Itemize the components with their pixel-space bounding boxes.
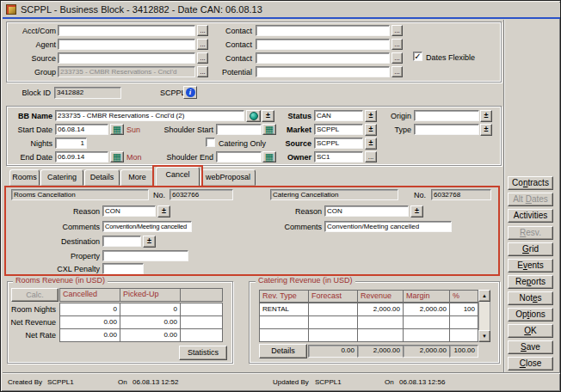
group-label: Group [9, 68, 56, 77]
catering-comments-field[interactable]: Convention/Meeting cancelled [324, 221, 452, 232]
type-field[interactable] [414, 124, 479, 135]
block-id-field: 3412882 [54, 87, 121, 99]
app-icon [6, 4, 16, 15]
contact3-field[interactable] [256, 52, 390, 64]
details-button[interactable]: Details [259, 344, 307, 358]
catering-cell[interactable] [308, 303, 358, 316]
dates-flexible-checkbox[interactable] [413, 52, 422, 61]
catering-cell[interactable] [357, 315, 404, 329]
end-date-field[interactable]: 06.09.14 [55, 151, 108, 162]
tab-webproposal[interactable]: webProposal [200, 169, 256, 186]
events-button[interactable]: Events [508, 259, 553, 273]
scroll-up-button[interactable]: ▲ [478, 290, 490, 302]
acct-com-field[interactable] [58, 25, 195, 36]
scroll-down-button[interactable]: ▼ [478, 330, 490, 342]
bb-name-field[interactable]: 233735 - CMBR Reservations - Cncl'd (2) [55, 110, 244, 121]
catering-cell[interactable]: 2,000.00 [403, 303, 450, 316]
shoulder-end-calendar-button[interactable]: ▦ [262, 151, 276, 162]
catering-cell[interactable] [403, 328, 450, 342]
origin-field[interactable] [414, 110, 479, 121]
activities-button[interactable]: Activities [508, 209, 553, 223]
reports-button[interactable]: Reports [508, 275, 553, 289]
rooms-comments-field[interactable]: Convention/Meeting cancelled [102, 221, 192, 232]
catering-cell[interactable] [449, 328, 478, 342]
origin-lov-button[interactable]: ± [480, 110, 492, 122]
shoulder-end-field[interactable] [216, 151, 262, 162]
rooms-revenue-row-label: Net Revenue [1, 318, 56, 328]
potential-field[interactable] [256, 66, 390, 77]
catering-cell[interactable] [259, 328, 309, 342]
agent-field[interactable] [58, 39, 195, 50]
rooms-revenue-cell: 0.00 [120, 328, 181, 342]
tab-cancel[interactable]: Cancel [156, 167, 200, 187]
catering-cell[interactable] [357, 328, 404, 342]
catering-cell[interactable] [308, 315, 358, 329]
lov-icon: ± [369, 125, 373, 133]
status-lov-button[interactable]: ± [365, 110, 377, 122]
bb-name-lov-button[interactable]: ± [262, 110, 274, 122]
catering-col-percent: % [449, 290, 478, 303]
options-button[interactable]: Options [508, 308, 553, 322]
property-field[interactable] [102, 250, 188, 261]
catering-cell[interactable] [259, 315, 309, 329]
rooms-reason-lov-button[interactable]: ± [157, 205, 170, 217]
catering-reason-field[interactable]: CON [324, 205, 409, 217]
tab-details[interactable]: Details [84, 169, 120, 186]
catering-cancellation-title-field: Catering Cancellation [270, 189, 398, 200]
market-field[interactable]: SCPPL [314, 124, 363, 135]
contracts-button[interactable]: Contracts [508, 176, 553, 190]
catering-cell[interactable]: RENTAL [259, 303, 309, 316]
catering-cell[interactable] [403, 315, 450, 329]
tab-more[interactable]: More [120, 169, 154, 186]
grid-button[interactable]: Grid [508, 242, 553, 256]
catering-cell[interactable]: 2,000.00 [357, 303, 404, 316]
end-date-calendar-button[interactable]: ▦ [110, 151, 124, 162]
type-lov-button[interactable]: ± [480, 124, 492, 136]
contact1-lookup-button[interactable]: ... [391, 25, 403, 36]
rooms-revenue-cell: 0.00 [59, 328, 120, 342]
contact3-lookup-button[interactable]: ... [391, 52, 403, 64]
close-button[interactable]: Close [508, 357, 553, 371]
rooms-revenue-cell: 0.00 [120, 315, 181, 329]
shoulder-start-field[interactable] [216, 124, 262, 135]
save-button[interactable]: Save [508, 340, 553, 354]
updated-on-value: 06.08.13 12:56 [399, 378, 445, 386]
market-label: Market [276, 126, 311, 135]
lov-icon: ± [147, 236, 151, 245]
destination-field[interactable] [102, 236, 141, 247]
nights-field[interactable]: 1 [55, 138, 87, 149]
catering-cell[interactable] [308, 328, 358, 342]
tab-rooms[interactable]: Rooms [9, 169, 40, 186]
bb-source-lov-button[interactable]: ± [365, 138, 377, 150]
owner-lookup-button[interactable]: ... [365, 151, 377, 162]
info-button[interactable]: i [183, 86, 197, 99]
bb-source-field[interactable]: SCPPL [314, 138, 363, 149]
catering-cell[interactable] [449, 315, 478, 329]
statistics-button[interactable]: Statistics [179, 346, 227, 360]
potential-label: Potential [207, 68, 252, 77]
status-field[interactable]: CAN [314, 110, 363, 121]
title-bar: SCPPL - Business Block - 3412882 - Date … [3, 3, 560, 17]
ok-button[interactable]: OK [508, 324, 553, 338]
tab-catering[interactable]: Catering [40, 169, 83, 186]
cxl-penalty-field[interactable] [102, 263, 144, 274]
destination-lov-button[interactable]: ± [143, 236, 156, 248]
start-date-calendar-button[interactable]: ▦ [110, 124, 124, 135]
web-button[interactable] [246, 110, 261, 122]
rooms-reason-field[interactable]: CON [102, 205, 156, 217]
contact2-field[interactable] [256, 39, 390, 50]
catering-only-checkbox[interactable] [206, 138, 215, 147]
catering-cell[interactable]: 100 [449, 303, 478, 316]
contact2-lookup-button[interactable]: ... [391, 39, 403, 50]
owner-field[interactable]: SC1 [314, 151, 363, 162]
contact1-field[interactable] [256, 25, 390, 36]
catering-total-forecast: 0.00 [308, 345, 358, 358]
start-date-field[interactable]: 06.08.14 [55, 124, 108, 135]
shoulder-start-calendar-button[interactable]: ▦ [262, 124, 276, 135]
origin-label: Origin [384, 112, 411, 121]
notes-button[interactable]: Notes [508, 291, 553, 305]
potential-lookup-button[interactable]: ... [391, 66, 403, 77]
market-lov-button[interactable]: ± [365, 124, 377, 136]
catering-reason-lov-button[interactable]: ± [410, 205, 423, 217]
source-account-field[interactable] [58, 52, 195, 64]
